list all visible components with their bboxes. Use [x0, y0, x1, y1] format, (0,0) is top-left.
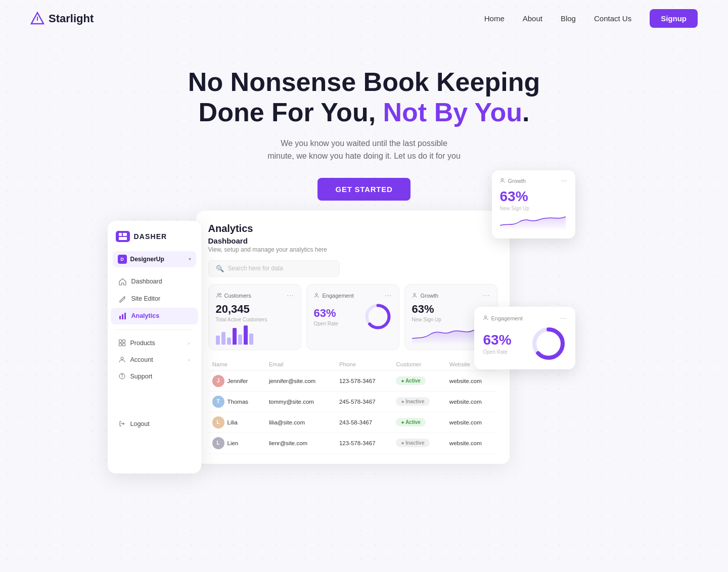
customers-table: Name Email Phone Customer Website J Jenn…	[208, 358, 497, 454]
nav-about[interactable]: About	[523, 14, 542, 23]
cell-phone: 245-578-3467	[335, 391, 392, 412]
hero-desc: We you know you waited until the last po…	[10, 137, 718, 163]
engagement-menu-icon[interactable]: ⋯	[385, 292, 392, 300]
cell-name: L Lien	[208, 433, 265, 453]
chevron-right-icon: ›	[188, 340, 190, 346]
float-engagement-value: 63%	[483, 332, 512, 348]
table-row: L Lien lienr@site.com 123-578-3467 ● Ina…	[208, 433, 497, 453]
col-email: Email	[265, 358, 335, 371]
sidebar-item-dashboard[interactable]: Dashboard	[111, 273, 198, 290]
float-growth-label: Growth	[508, 178, 526, 184]
stat-card-engagement: Engagement ⋯ 63% Open Rate	[306, 284, 399, 350]
nav-home[interactable]: Home	[484, 14, 505, 23]
org-name: DesignerUp	[130, 256, 164, 263]
customers-value: 20,345	[216, 303, 294, 316]
cards-section: DASHER D DesignerUp ▾ Dashboard Site Edi…	[0, 211, 728, 473]
status-badge: ● Inactive	[396, 439, 429, 447]
sidebar-item-siteeditor-label: Site Editor	[131, 295, 161, 302]
hero-line1: No Nonsense Book Keeping	[188, 67, 540, 97]
cell-website: website.com	[445, 412, 497, 433]
svg-point-17	[219, 293, 221, 295]
status-badge: ● Active	[396, 376, 425, 385]
svg-rect-10	[119, 344, 121, 346]
svg-point-21	[414, 293, 416, 295]
customers-menu-icon[interactable]: ⋯	[287, 292, 294, 300]
hero-line2-end: .	[522, 98, 529, 127]
float-growth-sparkline	[500, 214, 566, 229]
nav-contact[interactable]: Contact Us	[594, 14, 631, 23]
float-engagement-donut	[531, 326, 566, 361]
float-engagement-card: Engagement ⋯ 63% Open Rate	[474, 307, 575, 369]
sidebar-logout[interactable]: Logout	[111, 416, 198, 432]
home-icon	[119, 278, 126, 285]
growth-label: Growth	[421, 293, 438, 299]
hero-section: No Nonsense Book Keeping Done For You, N…	[0, 37, 728, 221]
logout-icon	[119, 420, 125, 427]
engagement-value: 63%	[314, 307, 338, 320]
sidebar-item-support[interactable]: Support	[111, 368, 198, 385]
cell-status: ● Active	[392, 370, 445, 391]
cell-name: L Lilia	[208, 412, 265, 433]
avatar: J	[212, 375, 224, 387]
col-name: Name	[208, 358, 265, 371]
hero-line2-normal: Done For You,	[199, 98, 383, 127]
avatar: T	[212, 396, 224, 408]
hero-desc1: We you know you waited until the last po…	[281, 139, 447, 148]
svg-rect-5	[119, 316, 121, 319]
table-row: T Thomas tommy@site.com 245-578-3467 ● I…	[208, 391, 497, 412]
engagement-sub: Open Rate	[314, 321, 338, 326]
customers-icon	[216, 293, 222, 299]
hero-line2-accent: Not By You	[383, 98, 522, 127]
sidebar-card: DASHER D DesignerUp ▾ Dashboard Site Edi…	[108, 221, 201, 473]
float-growth-sub: New Sign Up	[500, 206, 567, 211]
cell-phone: 123-578-3467	[335, 370, 392, 391]
svg-point-22	[501, 178, 503, 180]
org-avatar: D	[118, 255, 127, 264]
sidebar-item-site-editor[interactable]: Site Editor	[111, 291, 198, 307]
bar-6	[244, 325, 248, 345]
logo[interactable]: Starlight	[30, 12, 94, 26]
cell-status: ● Inactive	[392, 391, 445, 412]
dashboard-main-title: Analytics	[208, 223, 497, 234]
sidebar-item-account-label: Account	[130, 356, 153, 363]
svg-point-12	[121, 357, 123, 360]
sidebar-item-dashboard-label: Dashboard	[131, 278, 162, 285]
bar-2	[221, 332, 225, 345]
status-badge: ● Active	[396, 418, 425, 426]
svg-rect-2	[119, 233, 122, 236]
customers-sub: Total Active Customers	[216, 317, 294, 322]
col-phone: Phone	[335, 358, 392, 371]
float-engagement-icon	[483, 315, 489, 321]
svg-rect-9	[122, 340, 125, 343]
bar-4	[233, 328, 237, 345]
support-icon	[119, 373, 125, 379]
growth-menu-icon[interactable]: ⋯	[483, 292, 490, 300]
sidebar-item-analytics[interactable]: Analytics	[111, 308, 198, 324]
search-icon: 🔍	[216, 265, 224, 272]
float-growth-menu-icon[interactable]: ⋯	[561, 177, 567, 184]
edit-icon	[119, 295, 126, 303]
svg-point-16	[217, 293, 219, 295]
hero-heading: No Nonsense Book Keeping Done For You, N…	[10, 67, 718, 128]
search-bar[interactable]: 🔍 Search here for data	[208, 260, 340, 277]
float-growth-card: Growth ⋯ 63% New Sign Up	[492, 170, 575, 239]
cell-website: website.com	[445, 370, 497, 391]
svg-rect-8	[119, 340, 121, 343]
avatar: L	[212, 416, 224, 428]
products-icon	[119, 340, 125, 346]
navbar: Starlight Home About Blog Contact Us Sig…	[0, 0, 728, 37]
logo-text: Starlight	[49, 12, 94, 25]
float-growth-icon	[500, 178, 506, 183]
sidebar-item-account[interactable]: Account ›	[111, 352, 198, 368]
cta-button[interactable]: GET STARTED	[317, 178, 411, 201]
svg-rect-4	[119, 237, 127, 240]
chevron-right-icon-2: ›	[188, 357, 190, 363]
bar-5	[238, 335, 242, 345]
cell-email: lilia@site.com	[265, 412, 335, 433]
stat-cards-row: Customers ⋯ 20,345 Total Active Customer…	[208, 284, 497, 350]
sidebar-org-selector[interactable]: D DesignerUp ▾	[113, 251, 196, 267]
nav-blog[interactable]: Blog	[561, 14, 576, 23]
sidebar-item-products[interactable]: Products ›	[111, 335, 198, 351]
float-engagement-menu-icon[interactable]: ⋯	[560, 315, 566, 322]
signup-button[interactable]: Signup	[650, 9, 698, 28]
